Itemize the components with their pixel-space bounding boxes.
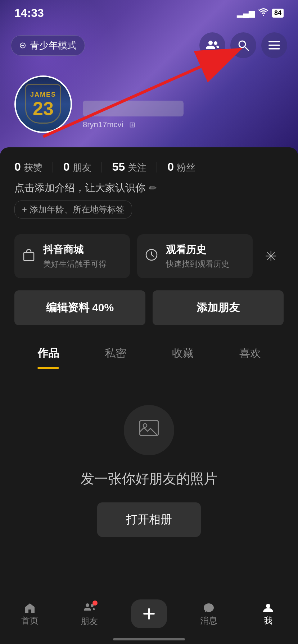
empty-icon-circle — [124, 405, 174, 455]
more-features-button[interactable]: ✳ — [258, 244, 284, 269]
bio-placeholder: 点击添加介绍，让大家认识你 — [14, 181, 145, 195]
tab-works-label: 作品 — [37, 347, 59, 359]
nav-profile[interactable]: 我 — [238, 603, 298, 626]
feature-cards: 抖音商城 美好生活触手可得 观看历史 快速找到观看历史 ✳ — [0, 226, 298, 287]
bottom-nav: 首页 朋友 消息 我 — [0, 592, 298, 644]
nav-profile-label: 我 — [264, 615, 272, 626]
likes-label: 获赞 — [24, 161, 42, 174]
history-title: 观看历史 — [166, 243, 229, 257]
youth-mode-icon: ⊝ — [19, 40, 26, 50]
header-actions — [199, 32, 287, 58]
followers-label: 粉丝 — [177, 161, 195, 174]
tab-collections[interactable]: 收藏 — [149, 336, 216, 369]
tab-collections-label: 收藏 — [172, 347, 194, 359]
status-time: 14:33 — [14, 6, 44, 20]
add-friend-button[interactable]: 添加朋友 — [153, 290, 284, 325]
nav-messages[interactable]: 消息 — [179, 603, 239, 626]
stats-row: 0 获赞 0 朋友 55 关注 0 粉丝 — [0, 147, 298, 181]
svg-rect-2 — [268, 41, 280, 42]
following-count: 55 — [112, 160, 125, 174]
history-card[interactable]: 观看历史 快速找到观看历史 — [137, 234, 253, 278]
add-tag-button[interactable]: + 添加年龄、所在地等标签 — [14, 201, 132, 218]
history-icon — [144, 248, 159, 265]
nav-friends-label: 朋友 — [81, 616, 98, 627]
image-icon — [138, 418, 160, 443]
nav-home-label: 首页 — [21, 615, 39, 626]
status-bar: 14:33 ▂▄▆ 84 — [0, 0, 298, 23]
stat-divider-1 — [53, 162, 53, 172]
action-buttons: 编辑资料 40% 添加朋友 — [0, 287, 298, 336]
bio-area: 点击添加介绍，让大家认识你 ✏ + 添加年龄、所在地等标签 — [0, 181, 298, 226]
open-album-button[interactable]: 打开相册 — [97, 502, 201, 537]
avatar[interactable]: JAMES 23 — [14, 75, 72, 133]
status-icons: ▂▄▆ 84 — [237, 8, 284, 18]
nav-friends-icon — [84, 602, 95, 613]
youth-mode-button[interactable]: ⊝ 青少年模式 — [11, 35, 85, 56]
shop-title: 抖音商城 — [43, 243, 107, 257]
wifi-icon — [258, 8, 268, 18]
svg-line-1 — [245, 47, 248, 50]
stat-following[interactable]: 55 关注 — [112, 160, 147, 174]
menu-button[interactable] — [261, 32, 287, 58]
nav-home[interactable]: 首页 — [0, 603, 60, 626]
stat-friends[interactable]: 0 朋友 — [63, 160, 91, 174]
shop-subtitle: 美好生活触手可得 — [43, 259, 107, 270]
bio-text[interactable]: 点击添加介绍，让大家认识你 ✏ — [14, 181, 284, 195]
search-button[interactable] — [230, 32, 256, 58]
battery-indicator: 84 — [272, 9, 284, 18]
header-nav: ⊝ 青少年模式 — [0, 32, 298, 58]
svg-rect-7 — [24, 253, 34, 261]
username-area: 8ryn17mcvi ⊞ — [83, 101, 184, 129]
avatar-jersey: JAMES 23 — [16, 77, 71, 132]
stat-likes[interactable]: 0 获赞 — [14, 160, 42, 174]
nav-friends[interactable]: 朋友 — [60, 602, 119, 627]
edit-profile-button[interactable]: 编辑资料 40% — [14, 290, 145, 325]
post-button[interactable] — [131, 599, 167, 628]
shop-card[interactable]: 抖音商城 美好生活触手可得 — [14, 234, 130, 278]
avatar-area: JAMES 23 8ryn17mcvi ⊞ — [14, 75, 184, 133]
friends-label: 朋友 — [73, 161, 91, 174]
tab-likes[interactable]: 喜欢 — [216, 336, 284, 369]
following-label: 关注 — [128, 161, 146, 174]
tab-works[interactable]: 作品 — [14, 336, 82, 369]
friends-count: 0 — [63, 160, 70, 174]
svg-rect-3 — [268, 45, 280, 46]
stat-followers[interactable]: 0 粉丝 — [167, 160, 195, 174]
shop-icon — [22, 248, 36, 265]
friends-button[interactable] — [199, 32, 225, 58]
svg-point-10 — [143, 424, 147, 427]
stat-divider-2 — [101, 162, 102, 172]
svg-point-13 — [266, 604, 270, 608]
svg-rect-4 — [268, 48, 280, 50]
nav-messages-label: 消息 — [200, 615, 217, 626]
main-content: 0 获赞 0 朋友 55 关注 0 粉丝 点击添加介绍，让大家认识你 ✏ + 添… — [0, 147, 298, 616]
signal-icon: ▂▄▆ — [237, 9, 255, 18]
tabs-row: 作品 私密 收藏 喜欢 — [0, 336, 298, 369]
tag-label: + 添加年龄、所在地等标签 — [22, 204, 125, 215]
empty-state: 发一张你好朋友的照片 打开相册 — [0, 369, 298, 558]
youth-mode-label: 青少年模式 — [30, 39, 77, 52]
nav-post[interactable] — [119, 599, 179, 630]
home-indicator — [113, 638, 185, 640]
history-subtitle: 快速找到观看历史 — [166, 259, 229, 270]
stat-divider-3 — [157, 162, 157, 172]
username-blurred — [83, 101, 184, 116]
edit-icon: ✏ — [149, 183, 157, 194]
tab-private-label: 私密 — [105, 347, 126, 359]
asterisk-icon: ✳ — [265, 248, 277, 264]
followers-count: 0 — [167, 160, 174, 174]
user-id: 8ryn17mcvi ⊞ — [83, 120, 184, 129]
tab-likes-label: 喜欢 — [239, 347, 261, 359]
likes-count: 0 — [14, 160, 21, 174]
empty-title: 发一张你好朋友的照片 — [81, 470, 217, 488]
tab-private[interactable]: 私密 — [82, 336, 149, 369]
